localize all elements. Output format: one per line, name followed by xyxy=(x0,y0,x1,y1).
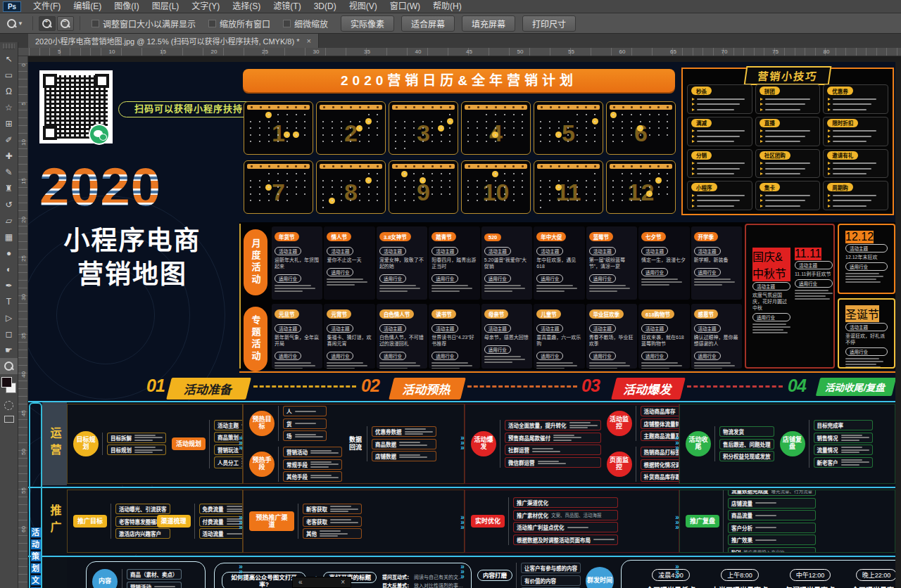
brush-tool[interactable]: ✎ xyxy=(0,164,18,180)
branch-bars xyxy=(330,506,358,512)
checkbox-icon[interactable] xyxy=(92,20,99,27)
special-card-3: 读书节活动主题世界读书日“4.23”好书推荐适用行业 xyxy=(429,304,479,369)
day-number xyxy=(586,193,587,195)
zoom-tool-icon[interactable] xyxy=(7,19,16,28)
menu-item-7[interactable]: 3D(D) xyxy=(308,0,343,13)
dodge-tool[interactable]: ◐ xyxy=(0,261,18,277)
event-theme-text: 欢度气氛迎国庆，花好月圆过中秋 xyxy=(752,292,790,311)
day-number xyxy=(259,121,260,122)
document-tab[interactable]: 2020小程序电商营销地图.jpg @ 12.5% (扫码可以获得小程序扶持, … xyxy=(28,34,319,48)
menu-item-3[interactable]: 图层(L) xyxy=(146,0,186,13)
quick-mask-button[interactable] xyxy=(4,401,13,410)
history-brush-tool[interactable]: ↺ xyxy=(0,196,18,212)
weekday-tick xyxy=(440,165,442,167)
zoom-in-button[interactable]: + xyxy=(39,16,56,31)
text-line xyxy=(538,461,559,462)
day-number xyxy=(404,173,405,174)
checkbox-icon[interactable] xyxy=(283,20,291,27)
panel-grip[interactable] xyxy=(3,44,15,49)
text-lines xyxy=(589,362,634,369)
tip-line xyxy=(828,167,883,170)
special-card-0: 元旦节活动主题新年新气象，全年赢开局适用行业 xyxy=(272,304,322,369)
option-button-1[interactable]: 适合屏幕 xyxy=(401,15,455,32)
collapse-icon[interactable]: « xyxy=(298,577,303,587)
branch-label: 目标规划 xyxy=(111,446,132,454)
text-line xyxy=(134,440,153,441)
photoshop-logo-icon: Ps xyxy=(3,1,21,12)
day-number xyxy=(567,180,569,181)
text-line xyxy=(569,422,591,423)
minimized-window-bar[interactable]: « × xyxy=(292,577,351,588)
text-lines xyxy=(641,279,686,286)
text-line xyxy=(845,281,881,283)
option-checkbox-2[interactable]: 细微缩放 xyxy=(283,18,328,30)
menu-item-6[interactable]: 滤镜(T) xyxy=(267,0,307,13)
text-line xyxy=(694,281,735,283)
option-checkbox-0[interactable]: 调整窗口大小以满屏显示 xyxy=(92,18,196,30)
checkbox-icon[interactable] xyxy=(208,20,216,27)
monthly-card-1: 情人节活动主题爱你不止这一天适用行业 xyxy=(324,226,374,300)
monthly-card-7: 七夕节活动主题情定一生，浪漫七夕适用行业 xyxy=(638,226,689,300)
menu-item-8[interactable]: 视图(V) xyxy=(343,0,384,13)
marquee-tool[interactable]: ▭ xyxy=(0,67,18,83)
tool-preset-caret-icon[interactable]: ▼ xyxy=(18,20,23,27)
close-icon[interactable]: × xyxy=(341,577,345,587)
text-line xyxy=(379,285,416,286)
day-number xyxy=(649,186,650,188)
text-line xyxy=(134,447,156,448)
eyedropper-tool[interactable]: ✐ xyxy=(0,132,18,148)
branch-label: 预售商品尾款催付 xyxy=(508,434,550,442)
blur-tool[interactable]: ● xyxy=(0,245,18,261)
row-label: 运营 xyxy=(42,402,67,485)
magic-wand-tool[interactable]: ☆ xyxy=(0,99,18,115)
timeline-time: 晚上22:00 xyxy=(856,569,895,581)
day-number xyxy=(341,134,342,136)
option-button-0[interactable]: 实际像素 xyxy=(341,15,394,32)
gradient-tool[interactable]: ▦ xyxy=(0,229,18,245)
zoom-tool[interactable] xyxy=(0,358,18,374)
calendar-grid: 123456789101112 xyxy=(244,101,676,214)
screen-mode-button[interactable] xyxy=(4,416,14,423)
menu-item-10[interactable]: 帮助(H) xyxy=(427,0,468,13)
color-swatches[interactable] xyxy=(0,376,18,397)
document-canvas[interactable]: 扫码可以获得小程序扶持 2020 小程序电商 营销地图 2020营销日历&全年营… xyxy=(28,56,901,588)
pen-tool[interactable]: ✒ xyxy=(0,277,18,293)
zoom-out-button[interactable]: − xyxy=(57,16,74,31)
text-line xyxy=(330,519,351,520)
bullet-icon xyxy=(828,98,831,101)
menu-item-1[interactable]: 编辑(E) xyxy=(67,0,108,13)
healing-brush-tool[interactable]: ✚ xyxy=(0,148,18,164)
calendar-month-4: 4 xyxy=(461,101,531,155)
foreground-color-swatch[interactable] xyxy=(1,377,12,388)
option-button-2[interactable]: 填充屏幕 xyxy=(462,15,515,32)
day-number xyxy=(513,180,515,181)
move-tool[interactable]: ↖ xyxy=(0,51,18,67)
menu-item-0[interactable]: 文件(F) xyxy=(27,0,67,13)
clone-stamp-tool[interactable]: ♜ xyxy=(0,180,18,196)
eraser-tool[interactable]: ▱ xyxy=(0,212,18,229)
hand-tool[interactable]: ☛ xyxy=(0,342,18,358)
poster-year: 2020 xyxy=(39,156,237,217)
text-line xyxy=(154,586,175,587)
menu-item-9[interactable]: 窗口(W) xyxy=(384,0,427,13)
tip-line xyxy=(760,162,816,165)
tip-box-1: 拼团 xyxy=(755,84,821,114)
lasso-tool[interactable]: Ω xyxy=(0,83,18,99)
phase-dash xyxy=(253,385,356,388)
monthly-card-8: 开学季活动主题新学期，新装备适用行业 xyxy=(691,226,742,300)
menu-item-5[interactable]: 选择(S) xyxy=(226,0,267,13)
path-select-tool[interactable]: ▷ xyxy=(0,309,18,326)
menu-item-2[interactable]: 图像(I) xyxy=(108,0,145,13)
card-theme-text: 新学期，新装备 xyxy=(694,257,739,263)
option-button-3[interactable]: 打印尺寸 xyxy=(522,15,576,32)
option-checkbox-1[interactable]: 缩放所有窗口 xyxy=(208,18,270,30)
crop-tool[interactable]: ⊞ xyxy=(0,115,18,132)
mindmap-column: 推广复盘流量数据完成度曝光流量、行为流量店铺流量商品流量客户分析推广效果ROI推… xyxy=(686,490,816,553)
tab-close-icon[interactable]: × xyxy=(306,37,310,45)
mindmap-column: 活动爆发活动全面放量，提升转化预售商品尾款催付社群运营微信群运营 xyxy=(471,420,601,468)
industry-pill: 适用行业 xyxy=(275,274,301,283)
menu-item-4[interactable]: 文字(Y) xyxy=(185,0,226,13)
type-tool[interactable]: T xyxy=(0,293,18,309)
bullet-icon xyxy=(760,172,763,175)
shape-tool[interactable]: ◻ xyxy=(0,326,18,342)
